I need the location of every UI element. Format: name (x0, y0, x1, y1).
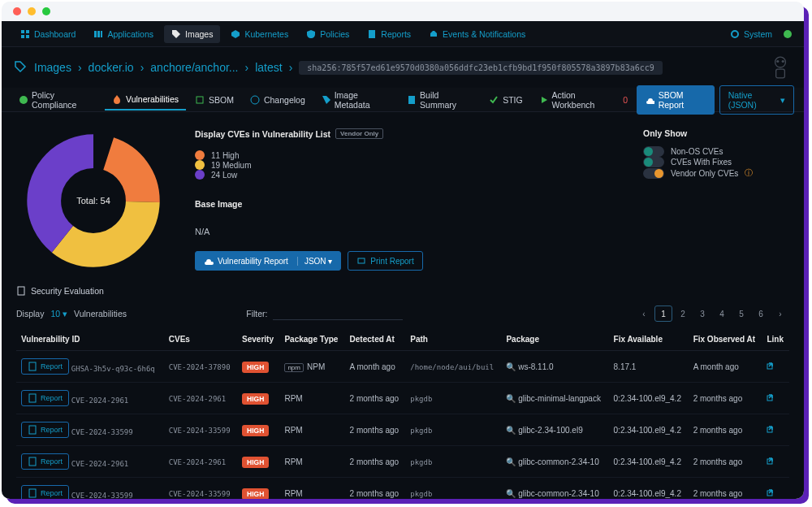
nav-policies[interactable]: Policies (299, 25, 356, 43)
svg-rect-14 (776, 69, 785, 78)
page-3[interactable]: 3 (693, 306, 711, 322)
cve-id: CVE-2024-2961 (169, 458, 226, 466)
nav-dashboard[interactable]: Dashboard (13, 25, 83, 43)
col-header[interactable]: Link (762, 328, 789, 351)
nav-kubernetes[interactable]: Kubernetes (223, 25, 296, 43)
package-name: glibc-common-2.34-10 (518, 457, 599, 466)
legend-item[interactable]: 19 Medium (195, 160, 619, 170)
search-icon[interactable]: 🔍 (506, 489, 516, 498)
page-prev[interactable]: ‹ (635, 306, 653, 322)
fix-observed: 2 months ago (689, 478, 762, 500)
chevron-right-icon: › (245, 61, 249, 74)
dashboard-icon (20, 29, 30, 39)
search-icon[interactable]: 🔍 (506, 362, 516, 371)
bc-repo[interactable]: anchore/anchor... (150, 61, 238, 74)
nav-applications[interactable]: Applications (86, 25, 161, 43)
path: pkgdb (410, 427, 432, 435)
fix-observed: 2 months ago (689, 414, 762, 446)
row-report-button[interactable]: Report (21, 422, 69, 438)
nav-label: Images (185, 29, 213, 39)
close-dot[interactable] (13, 7, 21, 15)
vuln-id: CVE-2024-2961 (71, 396, 128, 405)
severity-badge: HIGH (242, 457, 269, 468)
bc-tag[interactable]: latest (255, 61, 282, 74)
nav-events[interactable]: Events & Notifications (421, 25, 533, 43)
external-link-icon[interactable] (767, 363, 776, 372)
print-report-button[interactable]: Print Report (348, 251, 422, 271)
chevron-down-icon: ▾ (780, 95, 785, 105)
legend-text: 11 High (211, 151, 239, 160)
col-header[interactable]: Package Type (279, 328, 344, 351)
vuln-report-button[interactable]: Vulnerability ReportJSON ▾ (195, 251, 341, 271)
tab-vulnerabilities[interactable]: Vulnerabilities (105, 89, 186, 110)
native-json-button[interactable]: Native (JSON)▾ (719, 85, 794, 115)
nav-system[interactable]: System (723, 25, 780, 43)
col-header[interactable]: Fix Observed At (689, 328, 762, 351)
external-link-icon[interactable] (767, 458, 776, 467)
toggle-switch[interactable] (643, 146, 664, 157)
col-header[interactable]: Package (501, 328, 608, 351)
page-1[interactable]: 1 (654, 306, 672, 322)
vuln-id: CVE-2024-33599 (71, 492, 133, 499)
tab-policy[interactable]: Policy Compliance (11, 85, 103, 115)
external-link-icon[interactable] (767, 395, 776, 404)
format-dropdown[interactable]: JSON ▾ (297, 257, 332, 266)
col-header[interactable]: Detected At (345, 328, 406, 351)
shield-icon (19, 95, 28, 105)
row-report-button[interactable]: Report (21, 485, 69, 499)
col-header[interactable]: CVEs (164, 328, 237, 351)
filter-input[interactable] (273, 307, 403, 320)
min-dot[interactable] (28, 7, 36, 15)
legend-item[interactable]: 24 Low (195, 170, 619, 180)
legend-item[interactable]: 11 High (195, 150, 619, 160)
toggle-switch[interactable] (643, 157, 664, 167)
row-report-button[interactable]: Report (21, 453, 69, 470)
tab-sbom[interactable]: SBOM (188, 90, 241, 110)
browser-window: Dashboard Applications Images Kubernetes… (2, 2, 804, 499)
security-evaluation-link[interactable]: Security Evaluation (16, 286, 789, 296)
svg-rect-23 (18, 287, 24, 295)
toggle-switch[interactable] (643, 168, 664, 179)
svg-rect-3 (26, 35, 29, 38)
bc-root[interactable]: Images (34, 61, 71, 74)
page-4[interactable]: 4 (713, 306, 731, 322)
info-icon[interactable]: ⓘ (745, 167, 753, 179)
chevron-right-icon: › (140, 61, 145, 74)
tab-metadata[interactable]: Image Metadata (314, 85, 398, 115)
vuln-table: Vulnerability IDCVEsSeverityPackage Type… (16, 328, 789, 499)
row-report-button[interactable]: Report (21, 390, 69, 406)
col-header[interactable]: Severity (237, 328, 279, 351)
search-icon[interactable]: 🔍 (506, 457, 516, 466)
nav-images[interactable]: Images (164, 25, 220, 43)
page-5[interactable]: 5 (732, 306, 750, 322)
external-link-icon[interactable] (767, 427, 776, 436)
chevron-right-icon: › (78, 61, 82, 74)
tab-stig[interactable]: STIG (482, 90, 530, 110)
color-swatch (195, 160, 205, 170)
search-icon[interactable]: 🔍 (506, 426, 516, 435)
doc-icon (16, 286, 26, 296)
row-report-button[interactable]: Report (21, 358, 69, 375)
page-2[interactable]: 2 (674, 306, 692, 322)
detected-at: 2 months ago (345, 414, 406, 446)
tab-changelog[interactable]: Changelog (243, 90, 313, 110)
chevron-right-icon: › (289, 61, 293, 74)
severity-badge: HIGH (242, 425, 269, 436)
print-icon (356, 256, 366, 266)
col-header[interactable]: Fix Available (609, 328, 689, 351)
tab-build[interactable]: Build Summary (400, 85, 480, 115)
tab-action[interactable]: Action Workbench0 (532, 85, 635, 115)
kube-icon (231, 29, 240, 39)
sbom-report-button[interactable]: SBOM Report (637, 85, 715, 115)
page-6[interactable]: 6 (752, 306, 770, 322)
page-next[interactable]: › (771, 306, 789, 322)
external-link-icon[interactable] (767, 490, 776, 499)
max-dot[interactable] (42, 7, 50, 15)
nav-reports[interactable]: Reports (360, 25, 418, 43)
col-header[interactable]: Vulnerability ID (16, 328, 164, 351)
page-size-select[interactable]: 10 ▾ (50, 309, 67, 318)
bc-registry[interactable]: docker.io (89, 61, 134, 74)
col-header[interactable]: Path (405, 328, 501, 351)
search-icon[interactable]: 🔍 (506, 394, 516, 403)
nav-label: Dashboard (34, 29, 76, 39)
